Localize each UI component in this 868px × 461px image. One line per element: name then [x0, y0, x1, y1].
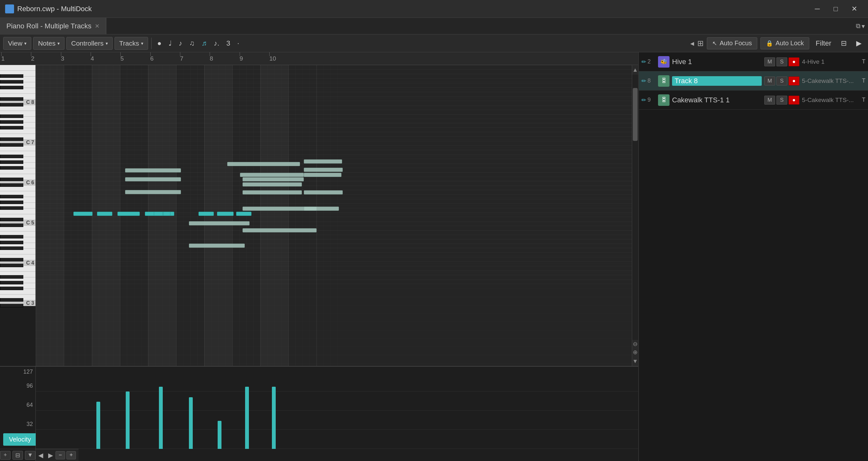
zoom-out-vertical-button[interactable]: ⊖ [632, 340, 638, 348]
piano-key-A#6[interactable] [0, 155, 23, 159]
note-ln1[interactable] [125, 168, 181, 172]
note-ln12[interactable] [189, 243, 245, 248]
velocity-bar-bar4[interactable] [189, 397, 193, 449]
note-ln4[interactable] [189, 221, 250, 225]
track-t-btn-2[interactable]: T [862, 58, 865, 65]
piano-key-D#4[interactable] [0, 258, 23, 262]
piano-key-C#7[interactable] [0, 143, 23, 147]
note-ln2[interactable] [125, 177, 181, 182]
piano-key-A#3[interactable] [0, 275, 23, 279]
zoom-in-h-button[interactable]: + [66, 451, 76, 459]
note-n7[interactable] [198, 212, 214, 216]
note-n5[interactable] [154, 212, 163, 216]
filter-icon-button[interactable]: ⊟ [838, 38, 850, 49]
note-ln17[interactable] [304, 206, 339, 211]
tab-expand-button[interactable]: ⧉ [856, 22, 860, 30]
piano-key-F#4[interactable] [0, 246, 23, 250]
piano-key-C#5[interactable] [0, 224, 23, 227]
tracks-button[interactable]: Tracks ▾ [115, 37, 148, 50]
maximize-button[interactable]: □ [827, 3, 844, 15]
tab-close-button[interactable]: ✕ [95, 23, 99, 30]
grid-view-icon[interactable]: ⊞ [697, 39, 704, 48]
tab-dropdown-button[interactable]: ▾ [862, 22, 865, 30]
piano-key-F#8[interactable] [0, 86, 23, 90]
piano-key-D#3[interactable] [0, 298, 23, 302]
note-half-button[interactable]: ♩ [166, 37, 174, 50]
piano-key-A#8[interactable] [0, 74, 23, 78]
auto-focus-button[interactable]: ↖ Auto Focus [707, 37, 757, 50]
note-ln9[interactable] [243, 190, 302, 195]
track-mute-2[interactable]: M [764, 57, 775, 66]
notes-button[interactable]: Notes ▾ [33, 37, 64, 50]
velocity-button[interactable]: Velocity [3, 433, 37, 446]
note-eighth-button[interactable]: ♫ [187, 37, 197, 50]
track-row-8[interactable]: ✏ 8 🎛 Track 8 M S ● 5-Cakewalk TTS-... T [639, 71, 868, 91]
note-ln11[interactable] [243, 228, 316, 232]
velocity-bar-bar5[interactable] [218, 421, 221, 449]
piano-key-A#7[interactable] [0, 114, 23, 118]
piano-key-G#3[interactable] [0, 281, 23, 285]
piano-key-G#8[interactable] [0, 80, 23, 84]
note-n8[interactable] [217, 212, 234, 216]
track-solo-2[interactable]: S [776, 57, 787, 66]
note-ln6[interactable] [240, 173, 304, 177]
scroll-right-button[interactable]: ▶ [48, 452, 53, 459]
piano-key-G#7[interactable] [0, 120, 23, 124]
note-ln5[interactable] [227, 162, 300, 166]
scroll-thumb[interactable] [633, 88, 638, 141]
piano-key-C#6[interactable] [0, 183, 23, 187]
note-ln8[interactable] [243, 183, 302, 187]
velocity-bar-bar3[interactable] [159, 387, 163, 449]
track-row-2[interactable]: ✏ 2 🐝 Hive 1 M S ● 4-Hive 1 T [639, 52, 868, 71]
piano-key-D#6[interactable] [0, 177, 23, 182]
piano-key-C#4[interactable] [0, 264, 23, 267]
scroll-left-icon[interactable]: ◂ [690, 39, 694, 48]
piano-key-B8[interactable] [0, 65, 35, 71]
note-ln3[interactable] [125, 190, 181, 194]
piano-key-F#7[interactable] [0, 126, 23, 130]
scroll-up-button[interactable]: ▲ [632, 65, 638, 75]
piano-roll-tab[interactable]: Piano Roll - Multiple Tracks ✕ [0, 18, 106, 34]
note-ln16[interactable] [304, 190, 343, 195]
track-solo-8[interactable]: S [776, 76, 787, 86]
velocity-bar-bar1[interactable] [96, 402, 100, 449]
piano-key-C#8[interactable] [0, 103, 23, 107]
note-ln13[interactable] [304, 159, 342, 164]
piano-key-F#6[interactable] [0, 166, 23, 170]
track-solo-9[interactable]: S [776, 96, 787, 105]
velocity-bar-bar7[interactable] [272, 387, 276, 449]
piano-key-G#4[interactable] [0, 241, 23, 244]
zoom-out-h-button[interactable]: − [56, 451, 65, 459]
note-quarter-button[interactable]: ♪ [176, 37, 185, 50]
piano-key-D#7[interactable] [0, 137, 23, 141]
piano-key-A#4[interactable] [0, 235, 23, 239]
view-button[interactable]: View ▾ [3, 37, 31, 50]
note-n6[interactable] [163, 212, 170, 216]
note-grid[interactable] [36, 65, 632, 366]
filter-expand-button[interactable]: ▶ [853, 38, 865, 49]
track-t-btn-9[interactable]: T [862, 97, 865, 103]
track-rec-2[interactable]: ● [788, 57, 799, 66]
note-ln7[interactable] [243, 177, 304, 182]
note-n2[interactable] [97, 212, 112, 216]
piano-key-D#5[interactable] [0, 218, 23, 222]
filter-button[interactable]: Filter [812, 38, 835, 49]
note-dotted-button[interactable]: ♪. [211, 37, 222, 50]
note-sixteenth-button[interactable]: ♬ [199, 37, 210, 50]
scroll-down-button[interactable]: ▼ [632, 356, 638, 366]
note-n1[interactable] [73, 212, 93, 216]
zoom-in-vertical-button[interactable]: ⊕ [632, 348, 638, 356]
note-ln14[interactable] [304, 168, 343, 172]
piano-key-D#8[interactable] [0, 97, 23, 101]
track-rec-8[interactable]: ● [788, 76, 799, 86]
note-n3[interactable] [118, 212, 140, 216]
piano-key-F#3[interactable] [0, 287, 23, 290]
settings-button[interactable]: ▼ [25, 451, 35, 460]
track-t-btn-8[interactable]: T [862, 77, 865, 84]
close-button[interactable]: ✕ [846, 3, 863, 15]
note-triplet-button[interactable]: 3 [224, 37, 232, 50]
note-n9[interactable] [236, 212, 251, 216]
piano-key-G#5[interactable] [0, 201, 23, 204]
add-track-button[interactable]: + [0, 451, 10, 460]
scroll-left-button[interactable]: ◀ [38, 452, 43, 459]
